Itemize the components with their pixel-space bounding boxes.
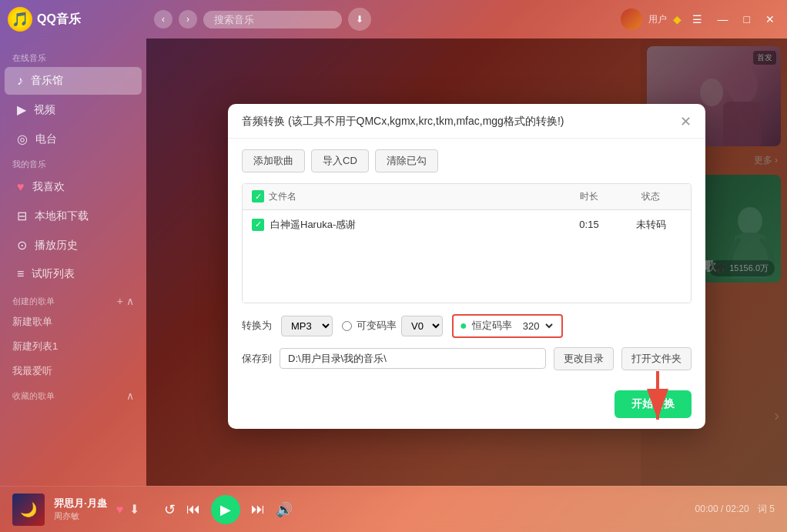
created-label: 创建的歌单	[12, 296, 55, 307]
my-music-section: 我的音乐	[0, 154, 146, 172]
collected-label: 收藏的歌单	[12, 390, 55, 402]
sidebar-item-radio[interactable]: ◎ 电台	[5, 125, 142, 153]
heart-icon: ♥	[17, 180, 25, 194]
close-button[interactable]: ✕	[761, 12, 779, 27]
col-filename: ✓ 文件名	[252, 190, 558, 203]
user-avatar[interactable]	[621, 8, 642, 30]
collected-actions: ∧	[126, 390, 134, 402]
cbr-radio-active[interactable]: ●	[460, 319, 467, 333]
player-bar: 🌙 羿思月·月蛊 周亦敏 ♥ ⬇ ↺ ⏮ ▶ ⏭ 🔊 00:00 / 02:20…	[0, 486, 787, 532]
content-area: 首发 更多 › 下一首 下一首情歌	[146, 38, 787, 486]
prev-button[interactable]: ⏮	[186, 501, 200, 517]
sidebar-item-history[interactable]: ⊙ 播放历史	[5, 231, 142, 259]
time-separator: /	[721, 504, 726, 514]
download-song-button[interactable]: ⬇	[129, 502, 139, 517]
sidebar-item-label: 音乐馆	[31, 74, 63, 88]
cbr-select[interactable]: 128 192 256 320	[517, 318, 555, 334]
track-count: 5	[769, 504, 775, 514]
player-song-title: 羿思月·月蛊	[54, 497, 107, 510]
vbr-radio[interactable]	[342, 321, 352, 331]
search-input[interactable]	[203, 11, 342, 28]
download-local-icon: ⊟	[17, 209, 27, 223]
time-current: 00:00	[695, 504, 718, 514]
dialog-title: 音频转换 (该工具不用于QMCx,kgmx,krc,tkm,mfac,mgg格式…	[242, 115, 564, 129]
sidebar: 在线音乐 ♪ 音乐馆 ▶ 视频 ◎ 电台 我的音乐 ♥ 我喜欢 ⊟ 本地和下载	[0, 38, 146, 486]
col-filename-label: 文件名	[269, 190, 296, 203]
list-icon: ≡	[17, 267, 24, 281]
modal-overlay: 音频转换 (该工具不用于QMCx,kgmx,krc,tkm,mfac,mgg格式…	[146, 38, 787, 486]
playlist-actions: + ∧	[117, 295, 134, 307]
sidebar-item-local[interactable]: ⊟ 本地和下载	[5, 202, 142, 230]
sidebar-item-label: 本地和下载	[35, 209, 89, 223]
collected-playlists-section: 收藏的歌单 ∧	[0, 383, 146, 404]
sidebar-item-video[interactable]: ▶ 视频	[5, 95, 142, 124]
back-button[interactable]: ‹	[154, 10, 172, 28]
playlist-item-favorites2[interactable]: 我最爱听	[0, 359, 146, 383]
sidebar-item-trial[interactable]: ≡ 试听列表	[5, 260, 142, 288]
player-artist: 周亦敏	[54, 510, 107, 522]
player-info: 羿思月·月蛊 周亦敏	[54, 497, 107, 522]
table-header: ✓ 文件名 时长 状态	[243, 184, 691, 210]
start-convert-button[interactable]: 开始转换	[615, 390, 692, 418]
radio-icon: ◎	[17, 132, 28, 146]
player-quick-actions: ♥ ⬇	[116, 502, 140, 517]
save-label: 保存到	[242, 352, 272, 366]
sidebar-item-favorites[interactable]: ♥ 我喜欢	[5, 173, 142, 201]
repeat-button[interactable]: ↺	[164, 501, 176, 518]
add-playlist-button[interactable]: +	[117, 295, 123, 307]
collapse-playlist-button[interactable]: ∧	[126, 295, 134, 307]
collapse-collected-button[interactable]: ∧	[126, 390, 134, 402]
titlebar: 🎵 QQ音乐 ‹ › ⬇ 用户 ◆ ☰ — □ ✕	[0, 0, 787, 38]
download-icon[interactable]: ⬇	[348, 8, 371, 31]
volume-button[interactable]: 🔊	[276, 501, 293, 518]
nav-controls: ‹ › ⬇	[154, 8, 371, 31]
vip-icon: ◆	[673, 13, 682, 25]
dialog-close-button[interactable]: ✕	[680, 115, 692, 129]
next-button[interactable]: ⏭	[251, 501, 265, 517]
clear-checked-button[interactable]: 清除已勾	[375, 149, 438, 172]
dialog-footer: 开始转换	[228, 381, 705, 429]
video-icon: ▶	[17, 102, 26, 117]
vbr-select[interactable]: V0 V1V2	[401, 316, 443, 336]
row-checkbox[interactable]: ✓	[252, 219, 264, 231]
playlist-item-new-list1[interactable]: 新建列表1	[0, 334, 146, 359]
row-duration: 0:15	[558, 219, 620, 230]
forward-button[interactable]: ›	[179, 10, 197, 28]
created-playlists-section: 创建的歌单 + ∧	[0, 289, 146, 309]
sidebar-item-music-hall[interactable]: ♪ 音乐馆	[5, 67, 142, 95]
col-status-label: 状态	[620, 190, 682, 203]
row-filename: 白神遥Haruka-感谢	[270, 218, 356, 232]
playlist-item-new-song[interactable]: 新建歌单	[0, 309, 146, 334]
sidebar-item-label: 电台	[35, 132, 57, 146]
cbr-label: 恒定码率	[472, 319, 512, 333]
add-song-button[interactable]: 添加歌曲	[242, 149, 305, 172]
player-controls: ↺ ⏮ ▶ ⏭ 🔊	[164, 495, 293, 524]
dialog-toolbar: 添加歌曲 导入CD 清除已勾	[242, 149, 692, 172]
play-pause-button[interactable]: ▶	[211, 495, 240, 524]
save-path-row: 保存到 更改目录 打开文件夹	[242, 347, 692, 370]
change-dir-button[interactable]: 更改目录	[554, 347, 614, 370]
app-background: 🎵 QQ音乐 ‹ › ⬇ 用户 ◆ ☰ — □ ✕ 在线音乐 ♪ 音乐馆	[0, 0, 787, 532]
like-button[interactable]: ♥	[116, 503, 124, 517]
main-layout: 在线音乐 ♪ 音乐馆 ▶ 视频 ◎ 电台 我的音乐 ♥ 我喜欢 ⊟ 本地和下载	[0, 38, 787, 486]
lyrics-label: 词	[758, 504, 767, 514]
table-row: ✓ 白神遥Haruka-感谢 0:15 未转码	[243, 210, 691, 239]
sidebar-item-label: 我喜欢	[32, 180, 65, 194]
titlebar-right: 用户 ◆ ☰ — □ ✕	[621, 8, 779, 30]
restore-button[interactable]: □	[739, 12, 755, 27]
save-path-input[interactable]	[280, 348, 546, 369]
vbr-label[interactable]: 可变码率	[357, 319, 397, 333]
format-select[interactable]: MP3 AAC WAV	[281, 316, 333, 336]
table-body: ✓ 白神遥Haruka-感谢 0:15 未转码	[243, 210, 691, 303]
settings-icon[interactable]: ☰	[688, 12, 707, 27]
history-icon: ⊙	[17, 238, 27, 253]
convert-options: 转换为 MP3 AAC WAV 可变码率 V0	[242, 314, 692, 338]
import-cd-button[interactable]: 导入CD	[311, 149, 369, 172]
logo-icon: 🎵	[8, 7, 32, 32]
player-time: 00:00 / 02:20 词 5	[695, 503, 775, 516]
playlist-label: 新建歌单	[12, 316, 52, 327]
minimize-button[interactable]: —	[713, 12, 733, 27]
header-checkbox[interactable]: ✓	[252, 190, 264, 202]
music-hall-icon: ♪	[17, 74, 23, 88]
open-folder-button[interactable]: 打开文件夹	[621, 347, 692, 370]
